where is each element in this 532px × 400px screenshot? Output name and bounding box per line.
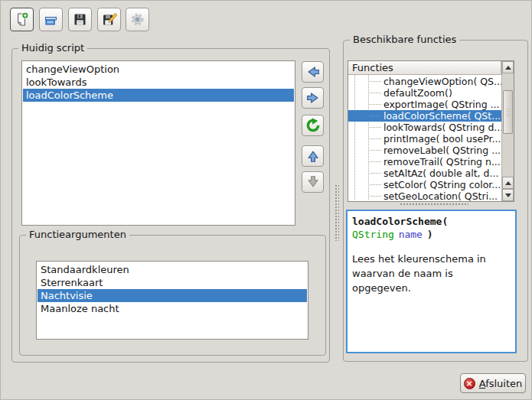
close-button-label: Afsluiten — [479, 378, 523, 389]
scrollbar-thumb[interactable] — [503, 90, 513, 134]
function-item[interactable]: defaultZoom() — [348, 87, 501, 99]
argument-name: name — [399, 229, 423, 240]
current-script-list[interactable]: changeViewOption lookTowards loadColorSc… — [21, 60, 295, 226]
arrow-down-icon — [305, 174, 321, 190]
new-script-button[interactable] — [10, 8, 34, 31]
tree-branch — [370, 184, 381, 185]
functions-tree[interactable]: Functies changeViewOption( QS... default… — [348, 60, 514, 202]
available-functions-group: Beschikbare functies Functies changeView… — [343, 40, 528, 362]
arrow-left-icon — [305, 64, 321, 80]
tree-branch — [370, 196, 381, 197]
argument-item[interactable]: Sterrenkaart — [38, 276, 307, 289]
function-description-box: loadColorScheme( QStringname) Lees het k… — [346, 210, 517, 353]
close-button[interactable]: × Afsluiten — [460, 373, 526, 393]
scroll-up-button-2[interactable] — [502, 177, 514, 189]
tree-branch — [370, 93, 381, 93]
triangle-up-icon — [505, 181, 511, 185]
tree-branch — [370, 150, 381, 151]
tree-branch — [370, 173, 381, 174]
function-arguments-list[interactable]: Standaardkleuren Sterrenkaart Nachtvisie… — [36, 261, 308, 340]
functions-tree-header[interactable]: Functies — [348, 61, 501, 75]
vertical-splitter-handle[interactable] — [335, 184, 339, 241]
script-item[interactable]: changeViewOption — [23, 63, 294, 76]
refresh-icon — [305, 118, 321, 133]
tree-branch — [370, 138, 381, 139]
available-functions-title: Beschikbare functies — [350, 34, 459, 45]
document-new-icon — [14, 11, 30, 28]
tree-branch — [370, 115, 381, 116]
add-function-button[interactable] — [302, 61, 324, 83]
function-signature-name: loadColorScheme( — [352, 215, 511, 228]
tree-branch — [370, 104, 381, 105]
document-save-icon — [72, 11, 88, 28]
functions-tree-rows: changeViewOption( QS... defaultZoom() ex… — [348, 75, 501, 201]
function-item[interactable]: removeTrail( QString n... — [348, 156, 501, 167]
horizontal-splitter-handle[interactable] — [400, 203, 468, 207]
function-arguments-title: Functieargumenten — [26, 229, 129, 240]
gear-icon — [129, 11, 145, 28]
function-item[interactable]: exportImage( QString ... — [348, 99, 501, 110]
arrow-up-icon — [305, 148, 321, 164]
close-paren: ) — [427, 229, 433, 240]
script-builder-dialog: Huidig script changeViewOption lookTowar… — [0, 0, 532, 400]
save-script-button[interactable] — [68, 8, 92, 31]
remove-function-button[interactable] — [302, 87, 324, 109]
function-item[interactable]: removeLabel( QString ... — [348, 145, 501, 156]
function-item[interactable]: setGeoLocation( QStri... — [348, 190, 501, 202]
argument-item[interactable]: Maanloze nacht — [38, 302, 307, 315]
triangle-down-icon — [505, 193, 511, 197]
function-signature: loadColorScheme( QStringname) — [352, 215, 511, 241]
tree-branch — [370, 127, 381, 128]
tree-branch — [370, 81, 381, 82]
function-item[interactable]: setColor( QString color... — [348, 179, 501, 190]
current-script-group: Huidig script changeViewOption lookTowar… — [11, 48, 330, 363]
tree-branch — [370, 161, 381, 162]
script-options-button — [126, 8, 149, 31]
scroll-down-button[interactable] — [502, 189, 514, 201]
tree-scrollbar[interactable] — [501, 61, 514, 201]
scroll-up-button[interactable] — [502, 61, 514, 73]
current-script-title: Huidig script — [18, 42, 87, 54]
triangle-up-icon — [505, 66, 511, 70]
function-description-text: Lees het kleurenschema in waarvan de naa… — [352, 252, 511, 295]
close-x-icon: × — [464, 378, 475, 389]
argument-item-selected[interactable]: Nachtvisie — [38, 289, 307, 302]
save-script-as-button[interactable] — [97, 8, 121, 31]
arrow-right-icon — [305, 90, 321, 106]
function-item-selected[interactable]: loadColorScheme( QSt... — [348, 110, 501, 122]
refresh-button[interactable] — [302, 115, 324, 136]
script-item-selected[interactable]: loadColorScheme — [23, 89, 294, 102]
function-item[interactable]: lookTowards( QString d... — [348, 122, 501, 133]
function-arguments-group: Functieargumenten Standaardkleuren Sterr… — [19, 235, 326, 356]
open-script-button[interactable] — [39, 8, 63, 31]
document-open-icon — [43, 11, 59, 28]
document-edit-icon — [101, 11, 117, 28]
argument-type: QString — [352, 229, 394, 240]
script-item[interactable]: lookTowards — [23, 76, 294, 89]
argument-item[interactable]: Standaardkleuren — [38, 263, 307, 276]
function-item[interactable]: printImage( bool usePr... — [348, 133, 501, 145]
function-item[interactable]: changeViewOption( QS... — [348, 76, 501, 87]
function-item[interactable]: setAltAz( double alt, d... — [348, 167, 501, 179]
move-down-button — [302, 171, 324, 193]
move-up-button[interactable] — [302, 145, 324, 167]
